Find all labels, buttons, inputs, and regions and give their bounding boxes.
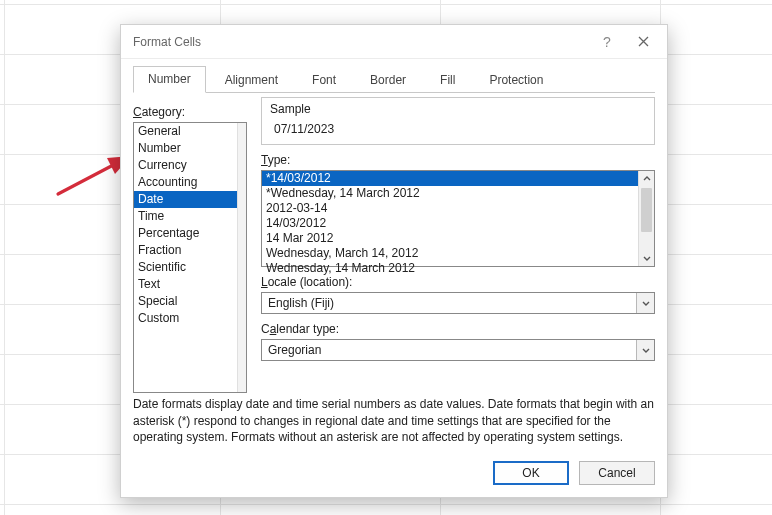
category-item-time[interactable]: Time xyxy=(134,208,237,225)
locale-label: Locale (location): xyxy=(261,275,655,289)
tab-protection[interactable]: Protection xyxy=(474,67,558,93)
date-options-panel: Sample 07/11/2023 Type: *14/03/2012 *Wed… xyxy=(261,97,655,363)
button-label: OK xyxy=(522,466,539,480)
category-scrollbar[interactable] xyxy=(237,123,246,392)
tab-strip: Number Alignment Font Border Fill Protec… xyxy=(121,59,667,92)
dialog-buttons: OK Cancel xyxy=(493,461,655,485)
calendar-label: Calendar type: xyxy=(261,322,655,336)
category-item-scientific[interactable]: Scientific xyxy=(134,259,237,276)
tab-alignment[interactable]: Alignment xyxy=(210,67,293,93)
close-icon xyxy=(638,36,649,47)
tab-label: Protection xyxy=(489,73,543,87)
category-listbox[interactable]: General Number Currency Accounting Date … xyxy=(133,122,247,393)
chevron-down-icon xyxy=(643,254,651,262)
sample-label: Sample xyxy=(268,100,648,122)
scroll-thumb[interactable] xyxy=(641,188,652,232)
tab-label: Alignment xyxy=(225,73,278,87)
tab-label: Number xyxy=(148,72,191,86)
type-items: *14/03/2012 *Wednesday, 14 March 2012 20… xyxy=(262,171,638,276)
category-item-general[interactable]: General xyxy=(134,123,237,140)
type-item[interactable]: 2012-03-14 xyxy=(262,201,638,216)
category-item-text[interactable]: Text xyxy=(134,276,237,293)
close-button[interactable] xyxy=(625,25,661,58)
chevron-down-icon xyxy=(642,346,650,354)
locale-drop-button[interactable] xyxy=(636,293,654,313)
help-button[interactable]: ? xyxy=(589,25,625,58)
category-item-number[interactable]: Number xyxy=(134,140,237,157)
button-label: Cancel xyxy=(598,466,635,480)
cancel-button[interactable]: Cancel xyxy=(579,461,655,485)
calendar-drop-button[interactable] xyxy=(636,340,654,360)
type-label: Type: xyxy=(261,153,655,167)
locale-value: English (Fiji) xyxy=(262,293,636,313)
category-item-special[interactable]: Special xyxy=(134,293,237,310)
type-item[interactable]: *14/03/2012 xyxy=(262,171,638,186)
tab-label: Font xyxy=(312,73,336,87)
type-scrollbar[interactable] xyxy=(638,171,654,266)
type-item[interactable]: *Wednesday, 14 March 2012 xyxy=(262,186,638,201)
tab-label: Fill xyxy=(440,73,455,87)
format-description: Date formats display date and time seria… xyxy=(133,396,655,445)
format-cells-dialog: Format Cells ? Number Alignment Font Bor… xyxy=(120,24,668,498)
chevron-down-icon xyxy=(642,299,650,307)
category-item-date[interactable]: Date xyxy=(134,191,237,208)
ok-button[interactable]: OK xyxy=(493,461,569,485)
category-item-fraction[interactable]: Fraction xyxy=(134,242,237,259)
category-label: Category: xyxy=(133,105,247,119)
sample-value: 07/11/2023 xyxy=(268,122,648,136)
tab-font[interactable]: Font xyxy=(297,67,351,93)
category-item-percentage[interactable]: Percentage xyxy=(134,225,237,242)
tab-number[interactable]: Number xyxy=(133,66,206,93)
tab-border[interactable]: Border xyxy=(355,67,421,93)
calendar-value: Gregorian xyxy=(262,340,636,360)
type-listbox[interactable]: *14/03/2012 *Wednesday, 14 March 2012 20… xyxy=(261,170,655,267)
type-item[interactable]: Wednesday, 14 March 2012 xyxy=(262,261,638,276)
category-item-currency[interactable]: Currency xyxy=(134,157,237,174)
type-item[interactable]: 14 Mar 2012 xyxy=(262,231,638,246)
help-icon: ? xyxy=(603,34,611,50)
scroll-down-button[interactable] xyxy=(639,250,655,266)
chevron-up-icon xyxy=(643,175,651,183)
category-item-accounting[interactable]: Accounting xyxy=(134,174,237,191)
locale-combobox[interactable]: English (Fiji) xyxy=(261,292,655,314)
type-item[interactable]: Wednesday, March 14, 2012 xyxy=(262,246,638,261)
tab-fill[interactable]: Fill xyxy=(425,67,470,93)
titlebar: Format Cells ? xyxy=(121,25,667,59)
type-item[interactable]: 14/03/2012 xyxy=(262,216,638,231)
category-items: General Number Currency Accounting Date … xyxy=(134,123,237,327)
sample-box: Sample 07/11/2023 xyxy=(261,97,655,145)
category-panel: Category: General Number Currency Accoun… xyxy=(133,97,247,393)
tab-label: Border xyxy=(370,73,406,87)
calendar-combobox[interactable]: Gregorian xyxy=(261,339,655,361)
scroll-up-button[interactable] xyxy=(639,171,655,187)
category-item-custom[interactable]: Custom xyxy=(134,310,237,327)
dialog-title: Format Cells xyxy=(133,35,589,49)
